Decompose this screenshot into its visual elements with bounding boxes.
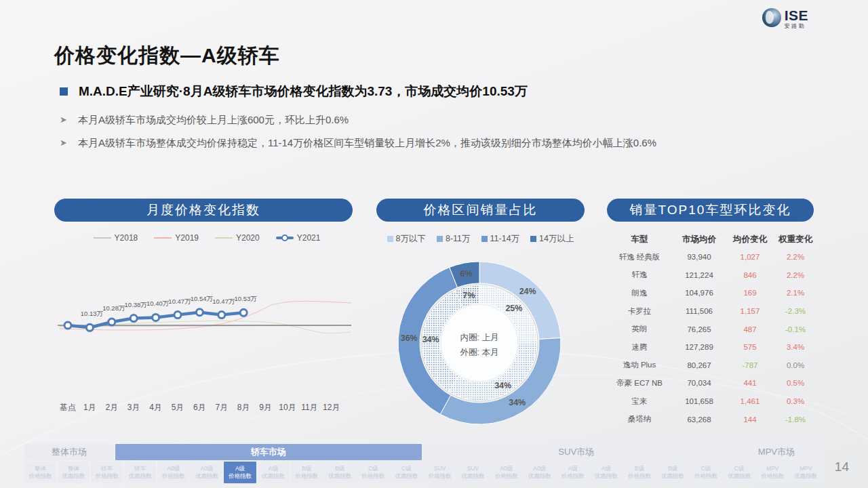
table-row: 英朗76,265487-0.1% (607, 320, 817, 338)
nav-tab-SUV优惠指数[interactable]: SUV优惠指数 (457, 462, 489, 483)
pie-chart-legend: 8万以下 8-11万 11-14万 14万以上 (376, 233, 585, 245)
top10-table: 车型 市场均价 均价变化 权重变化 轩逸 经典版93,9401,0272.2%轩… (607, 230, 817, 428)
table-row: 速腾127,2895753.4% (607, 338, 817, 357)
x-tick-label: 12月 (323, 403, 340, 412)
nav-tab-整体价格指数[interactable]: 整体价格指数 (24, 462, 56, 483)
nav-tab-轿车优惠指数[interactable]: 轿车优惠指数 (124, 462, 156, 483)
page-number: 14 (835, 460, 849, 474)
nav-tab-A0级价格指数[interactable]: A0级价格指数 (490, 462, 522, 483)
nav-tab-A0级价格指数[interactable]: A0级价格指数 (157, 462, 189, 483)
nav-tab-label: 价格指数 (295, 472, 318, 480)
x-tick-label: 2月 (105, 403, 118, 412)
nav-tab-B级价格指数[interactable]: B级价格指数 (623, 462, 655, 483)
x-tick-label: 7月 (215, 403, 228, 412)
cell-model: 轩逸 经典版 (607, 252, 672, 262)
cell-price-change: 1,027 (726, 253, 774, 261)
nav-tab-label: A级 (269, 465, 278, 472)
nav-tab-A0级优惠指数[interactable]: A0级优惠指数 (524, 462, 555, 483)
nav-tab-MPV价格指数[interactable]: MPV价格指数 (757, 462, 789, 483)
nav-tab-轿车价格指数[interactable]: 轿车价格指数 (91, 462, 123, 483)
sub-point-text: 本月A级轿车市场成交均价较上月上涨600元，环比上升0.6% (78, 114, 349, 127)
nav-section-轿车市场[interactable]: 轿车市场 (115, 444, 422, 460)
donut-center-label: 内圈: 上月 (460, 333, 499, 342)
nav-section-整体市场[interactable]: 整体市场 (24, 444, 114, 460)
nav-tab-A级优惠指数[interactable]: A级优惠指数 (258, 462, 290, 483)
legend-square-swatch (437, 236, 443, 242)
monthly-price-index-line-chart: 10.13万10.28万10.38万10.40万10.47万10.54万10.4… (54, 249, 356, 419)
nav-tab-label: A级 (235, 465, 245, 472)
nav-section-MPV市场[interactable]: MPV市场 (731, 444, 822, 460)
nav-tab-label: MPV (800, 465, 812, 472)
nav-tab-label: B级 (335, 465, 344, 472)
legend-line-swatch (215, 237, 233, 239)
legend-item-y2020: Y2020 (215, 233, 260, 243)
nav-tab-label: 优惠指数 (528, 472, 551, 480)
nav-tab-label: A级 (568, 465, 578, 472)
cell-price-change: 441 (726, 379, 774, 387)
nav-tab-A0级优惠指数[interactable]: A0级优惠指数 (191, 462, 222, 483)
svg-text:10.38万: 10.38万 (125, 301, 148, 308)
bottom-navigation: 整体市场轿车市场SUV市场MPV市场 整体价格指数整体优惠指数轿车价格指数轿车优… (24, 444, 822, 483)
cell-model: 宝来 (607, 396, 672, 407)
nav-tab-SUV价格指数[interactable]: SUV价格指数 (424, 462, 456, 483)
nav-tab-label: 整体 (35, 465, 46, 472)
legend-item-y2018: Y2018 (94, 233, 138, 243)
nav-tab-B级价格指数[interactable]: B级价格指数 (291, 462, 323, 483)
nav-tab-C级价格指数[interactable]: C级价格指数 (357, 462, 389, 483)
cell-weight-change: -2.3% (774, 307, 817, 315)
nav-tab-A级价格指数[interactable]: A级价格指数 (224, 462, 256, 483)
x-tick-label: 5月 (172, 403, 184, 412)
nav-tab-MPV优惠指数[interactable]: MPV优惠指数 (790, 462, 822, 483)
nav-tab-label: 价格指数 (428, 472, 451, 480)
legend-item-8to11: 8-11万 (437, 233, 471, 245)
legend-label: Y2021 (297, 233, 321, 243)
x-tick-label: 6月 (193, 403, 206, 412)
sub-point: ➤ 本月A级轿车市场成交均价较上月上涨600元，环比上升0.6% (60, 114, 349, 127)
col-header-model: 车型 (607, 234, 672, 245)
nav-tab-label: A级 (601, 465, 611, 472)
nav-tab-A级价格指数[interactable]: A级价格指数 (557, 462, 589, 483)
nav-tab-label: B级 (302, 465, 311, 472)
x-tick-label: 10月 (279, 403, 296, 412)
x-tick-label: 11月 (301, 403, 317, 412)
nav-tab-C级优惠指数[interactable]: C级优惠指数 (724, 462, 755, 483)
legend-line-swatch (154, 237, 172, 239)
svg-text:10.54万: 10.54万 (191, 295, 214, 302)
sub-point: ➤ 本月A级轿车市场整体成交均价保持稳定，11-14万价格区间车型销量较上月增长… (60, 137, 656, 150)
nav-tab-label: 优惠指数 (661, 472, 684, 480)
nav-tab-B级优惠指数[interactable]: B级优惠指数 (656, 462, 688, 483)
nav-tab-C级价格指数[interactable]: C级价格指数 (690, 462, 722, 483)
nav-tab-label: 价格指数 (495, 472, 518, 480)
x-tick-label: 4月 (149, 403, 162, 412)
nav-tab-label: A0级 (500, 465, 513, 472)
table-header-row: 车型 市场均价 均价变化 权重变化 (607, 230, 817, 248)
nav-tab-label: 价格指数 (761, 472, 784, 480)
x-tick-label: 基点 (60, 403, 76, 412)
cell-price-change: 1,157 (726, 307, 774, 315)
legend-line-swatch (276, 237, 294, 239)
svg-text:10.13万: 10.13万 (81, 310, 104, 317)
section-title-monthly-index: 月度价格变化指数 (54, 199, 353, 222)
cell-avg-price: 93,940 (672, 253, 726, 261)
sub-point-text: 本月A级轿车市场整体成交均价保持稳定，11-14万价格区间车型销量较上月增长2%… (78, 137, 656, 150)
legend-square-swatch (481, 236, 488, 242)
nav-tab-A级优惠指数[interactable]: A级优惠指数 (590, 462, 622, 483)
nav-tab-label: 优惠指数 (262, 472, 285, 480)
legend-label: Y2020 (236, 233, 260, 243)
nav-tab-label: 价格指数 (561, 472, 585, 480)
nav-tab-C级优惠指数[interactable]: C级优惠指数 (391, 462, 422, 483)
nav-tab-整体优惠指数[interactable]: 整体优惠指数 (58, 462, 90, 483)
nav-section-SUV市场[interactable]: SUV市场 (423, 444, 730, 460)
nav-tab-label: SUV (434, 465, 446, 472)
nav-tab-label: 价格指数 (29, 472, 52, 480)
cell-weight-change: -1.8% (774, 415, 817, 424)
nav-tab-B级优惠指数[interactable]: B级优惠指数 (324, 462, 356, 483)
cell-weight-change: 2.2% (774, 271, 817, 279)
legend-label: 8-11万 (446, 233, 471, 245)
line-chart-legend: Y2018 Y2019 Y2020 Y2021 (75, 233, 339, 243)
table-row: 轩逸121,2248462.2% (607, 266, 817, 285)
nav-tab-label: 优惠指数 (395, 472, 418, 480)
cell-avg-price: 70,034 (672, 379, 726, 387)
cell-model: 卡罗拉 (607, 306, 672, 317)
cell-price-change: 575 (726, 343, 774, 351)
